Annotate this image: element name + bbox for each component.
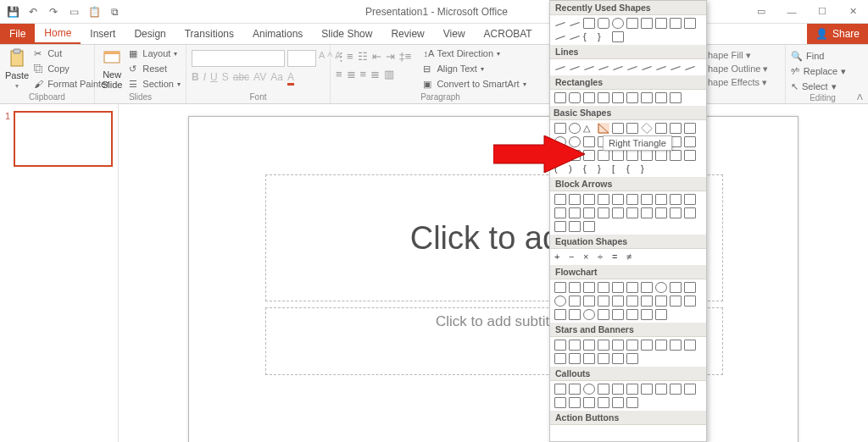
shape-ca10[interactable] bbox=[684, 384, 696, 395]
shape-ca1[interactable] bbox=[554, 384, 566, 395]
font-size-combo[interactable] bbox=[287, 50, 316, 67]
shape-hexagon[interactable] bbox=[670, 123, 682, 134]
shape-b37[interactable]: } bbox=[641, 163, 653, 174]
shape-fl21[interactable] bbox=[554, 309, 566, 320]
bold-button[interactable]: B bbox=[192, 71, 199, 86]
shape-recent-7[interactable] bbox=[641, 18, 653, 29]
tab-file[interactable]: File bbox=[0, 24, 35, 44]
tab-animations[interactable]: Animations bbox=[243, 24, 312, 44]
shape-recent-15[interactable] bbox=[612, 31, 624, 42]
shape-ca12[interactable] bbox=[569, 397, 581, 408]
text-direction-button[interactable]: ↕AText Direction▾ bbox=[423, 47, 526, 60]
shape-right-triangle[interactable] bbox=[598, 123, 609, 134]
shape-b26[interactable] bbox=[626, 150, 638, 161]
paste-button[interactable]: Paste ▾ bbox=[5, 47, 29, 90]
shape-effects-button[interactable]: hape Effects ▾ bbox=[708, 77, 768, 88]
shape-st5[interactable] bbox=[612, 340, 624, 351]
shape-ar3[interactable] bbox=[583, 194, 595, 205]
convert-smartart-button[interactable]: ▣Convert to SmartArt▾ bbox=[423, 77, 526, 91]
shape-recent-11[interactable] bbox=[554, 31, 566, 42]
shape-ca14[interactable] bbox=[598, 397, 609, 408]
shape-b27[interactable] bbox=[641, 150, 653, 161]
start-slideshow-icon[interactable]: ▭ bbox=[68, 6, 80, 18]
shape-st6[interactable] bbox=[626, 340, 638, 351]
shape-fl11[interactable] bbox=[554, 296, 566, 307]
line-spacing-icon[interactable]: ‡≡ bbox=[399, 50, 412, 63]
shape-st12[interactable] bbox=[569, 353, 581, 364]
shape-ar23[interactable] bbox=[583, 221, 595, 232]
shape-ar16[interactable] bbox=[626, 207, 638, 218]
shape-ar6[interactable] bbox=[626, 194, 638, 205]
shape-fl23[interactable] bbox=[583, 309, 595, 320]
numbering-icon[interactable]: ☷ bbox=[358, 50, 368, 63]
increase-indent-icon[interactable]: ⇥ bbox=[386, 50, 395, 63]
shape-ar13[interactable] bbox=[583, 207, 595, 218]
shape-line-2[interactable] bbox=[569, 62, 581, 73]
shape-fl3[interactable] bbox=[583, 282, 595, 293]
shape-fl16[interactable] bbox=[626, 296, 638, 307]
shape-line-4[interactable] bbox=[598, 62, 609, 73]
shape-ar2[interactable] bbox=[569, 194, 581, 205]
shape-ar1[interactable] bbox=[554, 194, 566, 205]
shape-st7[interactable] bbox=[641, 340, 653, 351]
shape-st15[interactable] bbox=[612, 353, 624, 364]
shape-ar10[interactable] bbox=[684, 194, 696, 205]
shape-ar20[interactable] bbox=[684, 207, 696, 218]
shape-line-10[interactable] bbox=[684, 62, 696, 73]
shape-fl14[interactable] bbox=[598, 296, 609, 307]
minimize-icon[interactable]: — bbox=[776, 0, 807, 24]
shadow-button[interactable]: S bbox=[222, 71, 229, 86]
tab-slideshow[interactable]: Slide Show bbox=[312, 24, 381, 44]
shape-fl7[interactable] bbox=[641, 282, 653, 293]
shape-ar21[interactable] bbox=[554, 221, 566, 232]
shape-rect-6[interactable] bbox=[626, 92, 638, 103]
shape-rect-2[interactable] bbox=[569, 92, 581, 103]
font-family-combo[interactable] bbox=[192, 50, 285, 67]
shape-fl22[interactable] bbox=[569, 309, 581, 320]
replace-button[interactable]: ᵃ⁄ᵇ Replace ▾ bbox=[791, 64, 846, 78]
shape-ca2[interactable] bbox=[569, 384, 581, 395]
shape-b25[interactable] bbox=[612, 150, 624, 161]
shape-fl5[interactable] bbox=[612, 282, 624, 293]
change-case-button[interactable]: Aa bbox=[270, 71, 283, 86]
shape-fl25[interactable] bbox=[612, 309, 624, 320]
shape-ar22[interactable] bbox=[569, 221, 581, 232]
shape-round-rect[interactable] bbox=[598, 18, 609, 29]
shape-ca9[interactable] bbox=[670, 384, 682, 395]
shape-line-arrow[interactable] bbox=[569, 18, 581, 29]
shape-ca3[interactable] bbox=[583, 384, 595, 395]
shape-rect-4[interactable] bbox=[598, 92, 609, 103]
shape-line-1[interactable] bbox=[554, 62, 566, 73]
select-button[interactable]: ↖ Select ▾ bbox=[791, 80, 846, 93]
shape-ar5[interactable] bbox=[612, 194, 624, 205]
shape-b29[interactable] bbox=[670, 150, 682, 161]
shape-line-3[interactable] bbox=[583, 62, 595, 73]
shape-fl13[interactable] bbox=[583, 296, 595, 307]
shape-fl2[interactable] bbox=[569, 282, 581, 293]
shape-st4[interactable] bbox=[598, 340, 609, 351]
shape-fl17[interactable] bbox=[641, 296, 653, 307]
shape-pentagon[interactable] bbox=[655, 123, 667, 134]
shape-rect-9[interactable] bbox=[670, 92, 682, 103]
shape-b34[interactable]: } bbox=[598, 163, 609, 174]
shape-b20[interactable] bbox=[684, 136, 696, 147]
shape-line-6[interactable] bbox=[626, 62, 638, 73]
shape-st13[interactable] bbox=[583, 353, 595, 364]
shape-eq3[interactable]: × bbox=[583, 251, 595, 262]
reset-button[interactable]: ↺Reset bbox=[129, 62, 181, 75]
tab-design[interactable]: Design bbox=[125, 24, 175, 44]
shape-ca5[interactable] bbox=[612, 384, 624, 395]
shape-recent-14[interactable]: } bbox=[598, 31, 609, 42]
shape-fl8[interactable] bbox=[655, 282, 667, 293]
decrease-indent-icon[interactable]: ⇤ bbox=[372, 50, 381, 63]
shape-line-9[interactable] bbox=[670, 62, 682, 73]
shape-fl26[interactable] bbox=[626, 309, 638, 320]
shape-ca7[interactable] bbox=[641, 384, 653, 395]
justify-icon[interactable]: ≣ bbox=[370, 68, 380, 80]
shape-trapezoid[interactable] bbox=[626, 123, 638, 134]
shape-eq4[interactable]: ÷ bbox=[598, 251, 609, 262]
shape-fl24[interactable] bbox=[598, 309, 609, 320]
shape-ar15[interactable] bbox=[612, 207, 624, 218]
shape-ar7[interactable] bbox=[641, 194, 653, 205]
shape-fill-button[interactable]: hape Fill ▾ bbox=[708, 50, 768, 61]
